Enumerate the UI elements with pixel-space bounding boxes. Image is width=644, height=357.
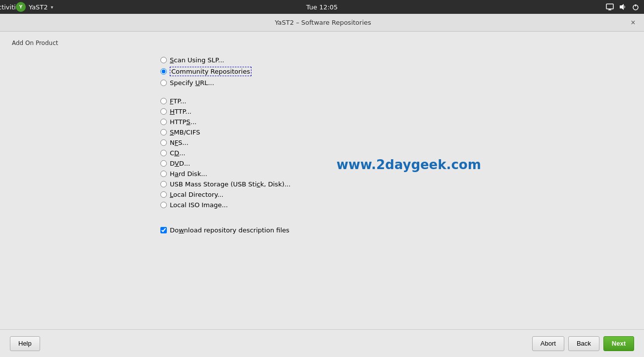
radio-harddisk[interactable]: Hard Disk... [160,170,632,178]
radio-cd-label: CD... [170,149,186,157]
app-name-label: YaST2 [29,3,48,11]
repository-type-group: Scan Using SLP... Community Repositories… [160,56,632,209]
radio-community-label: Community Repositories [170,67,251,76]
svg-marker-3 [620,4,624,10]
radio-https-label: HTTPS... [170,118,197,126]
radio-localiso-label: Local ISO Image... [170,201,228,209]
radio-dvd[interactable]: DVD... [160,160,632,167]
dialog-close-button[interactable]: × [628,18,638,28]
radio-cd[interactable]: CD... [160,149,632,157]
panel-right [605,2,640,11]
power-icon[interactable] [631,2,640,11]
radio-localdir-label: Local Directory... [170,191,223,198]
radio-nfs[interactable]: NFS... [160,139,632,146]
radio-ftp-label: FTP... [170,97,186,105]
footer-right-buttons: Abort Back Next [532,336,634,351]
footer-left-buttons: Help [10,336,40,351]
radio-dvd-label: DVD... [170,160,190,167]
back-button[interactable]: Back [568,336,599,351]
checkbox-area: Download repository description files [160,226,632,234]
download-desc-checkbox[interactable] [160,227,167,233]
radio-smb-label: SMB/CIFS [170,129,200,136]
radio-https[interactable]: HTTPS... [160,118,632,126]
radio-slp-label: Scan Using SLP... [170,56,224,64]
dialog-window: YaST2 – Software Repositories × Add On P… [0,14,644,357]
clock-label: Tue 12:05 [306,3,338,11]
top-panel: Activities Y YaST2 ▾ Tue 12:05 [0,0,644,14]
radio-harddisk-label: Hard Disk... [170,170,207,178]
options-area: Scan Using SLP... Community Repositories… [12,56,632,321]
help-button[interactable]: Help [10,336,40,351]
dialog-title: YaST2 – Software Repositories [18,19,628,26]
radio-http-label: HTTP... [170,108,192,115]
next-button[interactable]: Next [603,336,634,351]
download-desc-checkbox-item[interactable]: Download repository description files [160,226,632,234]
yast-logo: Y [16,2,26,12]
radio-usb-label: USB Mass Storage (USB Stick, Disk)... [170,180,291,188]
radio-http[interactable]: HTTP... [160,108,632,115]
radio-ftp[interactable]: FTP... [160,97,632,105]
svg-rect-0 [606,4,613,9]
dialog-content: Add On Product www.2daygeek.com Scan Usi… [0,32,644,329]
screen-icon[interactable] [605,2,614,11]
download-desc-label: Download repository description files [170,226,290,234]
radio-smb[interactable]: SMB/CIFS [160,129,632,136]
breadcrumb: Add On Product [12,40,632,46]
radio-url-label: Specify URL... [170,79,214,87]
volume-icon[interactable] [618,2,627,11]
radio-slp[interactable]: Scan Using SLP... [160,56,632,64]
dialog-titlebar: YaST2 – Software Repositories × [0,14,644,32]
dialog-footer: Help Abort Back Next [0,329,644,357]
radio-usb[interactable]: USB Mass Storage (USB Stick, Disk)... [160,180,632,188]
radio-community[interactable]: Community Repositories [160,67,632,76]
abort-button[interactable]: Abort [532,336,564,351]
radio-localdir[interactable]: Local Directory... [160,191,632,198]
panel-left: Activities Y YaST2 ▾ [4,2,53,12]
radio-localiso[interactable]: Local ISO Image... [160,201,632,209]
app-dropdown-icon[interactable]: ▾ [51,4,53,10]
activities-button[interactable]: Activities [4,2,13,11]
radio-nfs-label: NFS... [170,139,189,146]
radio-url[interactable]: Specify URL... [160,79,632,87]
